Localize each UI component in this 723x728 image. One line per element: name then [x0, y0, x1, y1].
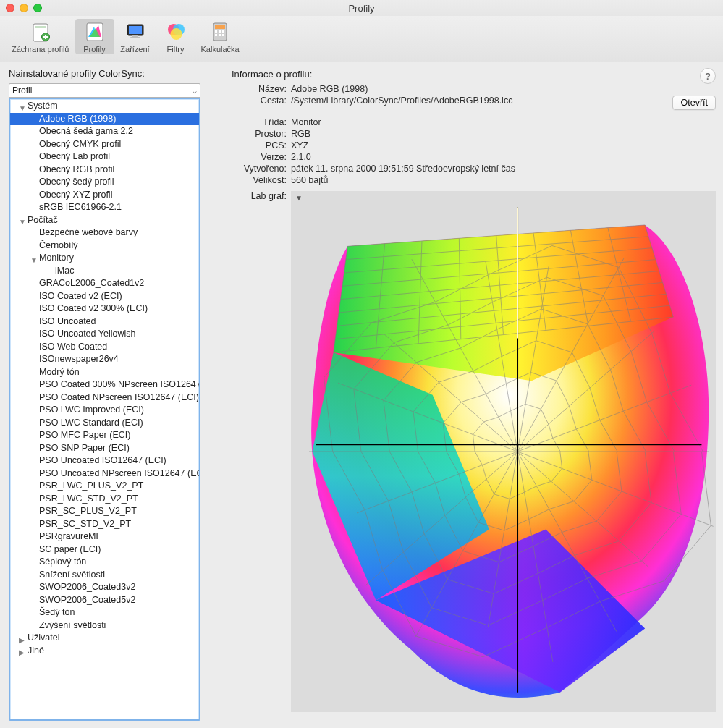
tree-item[interactable]: Obecná šedá gama 2.2	[10, 125, 199, 138]
svg-rect-1	[35, 26, 46, 28]
tree-group[interactable]: ▶Jiné	[10, 645, 199, 658]
tree-item-label: SWOP2006_Coated5v2	[39, 594, 135, 607]
disclosure-right-icon: ▶	[19, 634, 26, 641]
toolbar-label-calculator: Kalkulačka	[201, 45, 240, 54]
tree-item[interactable]: PSR_LWC_PLUS_V2_PT	[10, 480, 199, 493]
tree-item[interactable]: iMac	[10, 265, 199, 278]
tree-item[interactable]: Černobílý	[10, 240, 199, 253]
tree-item[interactable]: PSO LWC Improved (ECI)	[10, 404, 199, 417]
profile-info: Název: Adobe RGB (1998) Cesta: /System/L…	[232, 84, 716, 185]
lab-graph[interactable]: ▼	[291, 191, 716, 712]
svg-rect-19	[215, 34, 217, 36]
tree-item[interactable]: SC paper (ECI)	[10, 543, 199, 556]
label-size: Velikost:	[232, 175, 287, 185]
value-created: pátek 11. srpna 2000 19:51:59 Středoevro…	[291, 164, 668, 174]
value-path: /System/Library/ColorSync/Profiles/Adobe…	[291, 96, 668, 110]
tree-group-label: Jiné	[28, 645, 44, 658]
tree-item[interactable]: PSRgravureMF	[10, 530, 199, 543]
tree-item[interactable]: Sépiový tón	[10, 556, 199, 569]
help-button[interactable]: ?	[700, 68, 716, 84]
tree-item[interactable]: PSO Uncoated ISO12647 (ECI)	[10, 454, 199, 467]
label-path: Cesta:	[232, 96, 287, 110]
right-panel: Informace o profilu: ? Název: Adobe RGB …	[232, 68, 716, 721]
tree-item-label: Obecný XYZ profil	[39, 189, 112, 202]
tree-item-label: Adobe RGB (1998)	[39, 113, 116, 126]
tree-item[interactable]: ISO Web Coated	[10, 341, 199, 354]
calculator-icon	[208, 20, 232, 43]
disclosure-right-icon: ▶	[19, 646, 26, 653]
disclosure-down-icon: ▼	[19, 216, 26, 223]
filters-icon	[164, 20, 187, 43]
tree-item[interactable]: GRACoL2006_Coated1v2	[10, 277, 199, 290]
toolbar-item-devices[interactable]: Zařízení	[116, 19, 155, 54]
tree-item[interactable]: ISO Coated v2 (ECI)	[10, 290, 199, 303]
tree-group[interactable]: ▼Monitory	[10, 252, 199, 265]
tree-item[interactable]: Zvýšení světlosti	[10, 619, 199, 632]
tree-item[interactable]: PSO SNP Paper (ECI)	[10, 442, 199, 455]
value-class: Monitor	[291, 117, 668, 127]
tree-item[interactable]: Obecný RGB profil	[10, 164, 199, 177]
toolbar-item-profiles[interactable]: Profily	[75, 19, 114, 54]
tree-item[interactable]: PSR_LWC_STD_V2_PT	[10, 493, 199, 506]
tree-item[interactable]: Snížení světlosti	[10, 569, 199, 582]
tree-item[interactable]: Bezpečné webové barvy	[10, 227, 199, 240]
tree-item[interactable]: ISO Coated v2 300% (ECI)	[10, 302, 199, 316]
svg-rect-9	[132, 35, 138, 37]
value-size: 560 bajtů	[291, 175, 668, 185]
toolbar-item-rescue[interactable]: Záchrana profilů	[7, 19, 74, 54]
tree-item[interactable]: PSO Coated NPscreen ISO12647 (ECI)	[10, 391, 199, 405]
tree-item-label: Obecný RGB profil	[39, 164, 114, 177]
toolbar: Záchrana profilů Profily Zařízení	[0, 16, 723, 62]
tree-item[interactable]: ISO Uncoated	[10, 316, 199, 329]
svg-line-130	[701, 452, 711, 525]
toolbar-label-devices: Zařízení	[120, 45, 149, 54]
svg-rect-18	[222, 30, 224, 33]
tree-item[interactable]: Obecný šedý profil	[10, 176, 199, 189]
tree-item[interactable]: PSO MFC Paper (ECI)	[10, 429, 199, 442]
tree-item[interactable]: PSR_SC_PLUS_V2_PT	[10, 505, 199, 518]
tree-group[interactable]: ▼Systém	[10, 100, 199, 113]
toolbar-item-calculator[interactable]: Kalkulačka	[197, 19, 244, 54]
tree-item-label: Obecná šedá gama 2.2	[39, 125, 133, 138]
label-name: Název:	[232, 84, 287, 94]
profile-tree[interactable]: ▼SystémAdobe RGB (1998)Obecná šedá gama …	[9, 98, 200, 721]
tree-item-label: PSO Coated NPscreen ISO12647 (ECI)	[39, 391, 199, 405]
tree-item-label: Modrý tón	[39, 366, 80, 379]
tree-group[interactable]: ▶Uživatel	[10, 632, 199, 645]
tree-item[interactable]: Modrý tón	[10, 366, 199, 379]
label-space: Prostor:	[232, 129, 287, 139]
tree-item[interactable]: PSO Uncoated NPscreen ISO12647 (EC ●	[10, 467, 199, 481]
tree-group[interactable]: ▼Počítač	[10, 214, 199, 227]
toolbar-item-filters[interactable]: Filtry	[156, 19, 195, 54]
label-pcs: PCS:	[232, 140, 287, 151]
toolbar-label-profiles: Profily	[83, 45, 106, 54]
tree-item[interactable]: sRGB IEC61966-2.1	[10, 201, 199, 214]
tree-item[interactable]: ISO Uncoated Yellowish	[10, 328, 199, 341]
tree-item-label: PSR_LWC_STD_V2_PT	[39, 493, 138, 506]
tree-item[interactable]: SWOP2006_Coated3v2	[10, 581, 199, 594]
close-icon[interactable]	[6, 4, 14, 12]
left-panel: Nainstalované profily ColorSync: Profil …	[9, 68, 219, 721]
tree-item[interactable]: PSR_SC_STD_V2_PT	[10, 518, 199, 531]
tree-item-label: Obecný CMYK profil	[39, 138, 121, 151]
zoom-icon[interactable]	[33, 4, 42, 12]
value-pcs: XYZ	[291, 140, 668, 151]
tree-item[interactable]: Obecný CMYK profil	[10, 138, 199, 151]
tree-item-label: PSR_SC_STD_V2_PT	[39, 518, 131, 531]
open-button[interactable]: Otevřít	[672, 96, 716, 110]
tree-item[interactable]: PSO LWC Standard (ECI)	[10, 417, 199, 430]
tree-item[interactable]: Šedý tón	[10, 606, 199, 619]
window-title: Profily	[0, 3, 723, 14]
tree-item[interactable]: PSO Coated 300% NPscreen ISO12647 ●	[10, 378, 199, 391]
tree-item[interactable]: Obecný Lab profil	[10, 151, 199, 164]
tree-item-label: Obecný šedý profil	[39, 176, 114, 189]
tree-item[interactable]: Obecný XYZ profil	[10, 189, 199, 202]
profile-sort-select[interactable]: Profil ⌵	[9, 83, 200, 98]
toolbar-label-filters: Filtry	[167, 45, 185, 54]
tree-item[interactable]: SWOP2006_Coated5v2	[10, 594, 199, 607]
tree-item[interactable]: Adobe RGB (1998)	[10, 113, 199, 126]
tree-item[interactable]: ISOnewspaper26v4	[10, 353, 199, 366]
minimize-icon[interactable]	[20, 4, 28, 12]
tree-item-label: Snížení světlosti	[39, 569, 105, 582]
tree-item-label: GRACoL2006_Coated1v2	[39, 277, 144, 290]
